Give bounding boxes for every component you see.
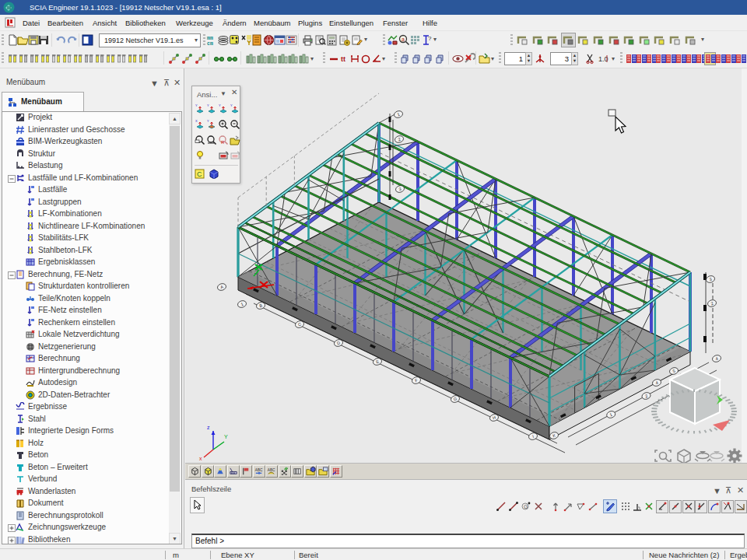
svg-text:G: G — [524, 504, 528, 509]
svg-text:Y: Y — [219, 103, 221, 107]
svg-text:Y: Y — [207, 119, 209, 123]
svg-text:Y: Y — [207, 103, 209, 107]
svg-text:tt: tt — [341, 55, 345, 63]
svg-text:Y: Y — [230, 103, 233, 107]
svg-text:mm: mm — [207, 36, 213, 41]
svg-text:X: X — [195, 119, 198, 123]
svg-text:?: ? — [428, 35, 432, 42]
svg-text:ABC: ABC — [268, 468, 275, 472]
svg-text:R: R — [221, 140, 225, 145]
svg-text:ABC: ABC — [254, 468, 262, 472]
svg-text:C: C — [197, 170, 202, 178]
svg-text:cm: cm — [207, 41, 213, 46]
svg-text:a: a — [402, 37, 405, 42]
svg-text:Y: Y — [195, 103, 198, 107]
